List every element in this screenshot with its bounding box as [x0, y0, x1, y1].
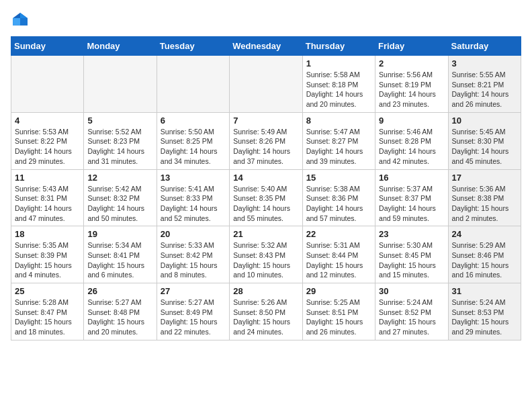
day-info: Sunrise: 5:30 AM Sunset: 8:45 PM Dayligh… [379, 240, 444, 280]
day-info: Sunrise: 5:49 AM Sunset: 8:26 PM Dayligh… [233, 127, 298, 167]
day-number: 1 [306, 58, 371, 68]
day-info: Sunrise: 5:27 AM Sunset: 8:49 PM Dayligh… [161, 298, 226, 337]
calendar-cell: 9Sunrise: 5:46 AM Sunset: 8:28 PM Daylig… [375, 112, 448, 169]
day-number: 29 [306, 286, 371, 296]
calendar-cell: 10Sunrise: 5:45 AM Sunset: 8:30 PM Dayli… [448, 112, 521, 169]
day-info: Sunrise: 5:42 AM Sunset: 8:32 PM Dayligh… [87, 184, 152, 224]
day-info: Sunrise: 5:41 AM Sunset: 8:33 PM Dayligh… [161, 184, 226, 224]
column-header-sunday: Sunday [11, 37, 84, 56]
calendar-cell: 8Sunrise: 5:47 AM Sunset: 8:27 PM Daylig… [302, 112, 375, 169]
calendar-table: SundayMondayTuesdayWednesdayThursdayFrid… [11, 36, 521, 340]
calendar-cell: 20Sunrise: 5:33 AM Sunset: 8:42 PM Dayli… [157, 226, 229, 283]
day-number: 15 [306, 173, 371, 183]
calendar-cell: 18Sunrise: 5:35 AM Sunset: 8:39 PM Dayli… [11, 226, 84, 283]
day-number: 20 [161, 229, 226, 239]
day-info: Sunrise: 5:32 AM Sunset: 8:43 PM Dayligh… [233, 240, 298, 280]
page-header [11, 11, 521, 30]
day-info: Sunrise: 5:47 AM Sunset: 8:27 PM Dayligh… [306, 127, 371, 167]
day-info: Sunrise: 5:29 AM Sunset: 8:46 PM Dayligh… [452, 240, 517, 280]
calendar-cell: 7Sunrise: 5:49 AM Sunset: 8:26 PM Daylig… [230, 112, 302, 169]
day-info: Sunrise: 5:26 AM Sunset: 8:50 PM Dayligh… [233, 298, 298, 337]
calendar-cell: 13Sunrise: 5:41 AM Sunset: 8:33 PM Dayli… [157, 169, 229, 226]
calendar-cell: 28Sunrise: 5:26 AM Sunset: 8:50 PM Dayli… [230, 283, 302, 340]
logo-icon [11, 11, 30, 30]
column-header-saturday: Saturday [448, 37, 521, 56]
day-info: Sunrise: 5:40 AM Sunset: 8:35 PM Dayligh… [233, 184, 298, 224]
day-number: 28 [233, 286, 298, 296]
day-info: Sunrise: 5:45 AM Sunset: 8:30 PM Dayligh… [452, 127, 517, 167]
day-info: Sunrise: 5:58 AM Sunset: 8:18 PM Dayligh… [306, 70, 371, 109]
day-info: Sunrise: 5:34 AM Sunset: 8:41 PM Dayligh… [87, 240, 152, 280]
day-number: 12 [87, 173, 152, 183]
column-header-tuesday: Tuesday [157, 37, 229, 56]
day-number: 21 [233, 229, 298, 239]
day-info: Sunrise: 5:46 AM Sunset: 8:28 PM Dayligh… [379, 127, 444, 167]
calendar-cell: 12Sunrise: 5:42 AM Sunset: 8:32 PM Dayli… [84, 169, 157, 226]
day-info: Sunrise: 5:33 AM Sunset: 8:42 PM Dayligh… [161, 240, 226, 280]
day-number: 3 [452, 58, 517, 68]
day-info: Sunrise: 5:53 AM Sunset: 8:22 PM Dayligh… [15, 127, 80, 167]
day-info: Sunrise: 5:43 AM Sunset: 8:31 PM Dayligh… [15, 184, 80, 224]
day-number: 5 [87, 116, 152, 126]
day-number: 25 [15, 286, 80, 296]
column-header-friday: Friday [375, 37, 448, 56]
day-number: 18 [15, 229, 80, 239]
calendar-cell: 21Sunrise: 5:32 AM Sunset: 8:43 PM Dayli… [230, 226, 302, 283]
calendar-cell: 24Sunrise: 5:29 AM Sunset: 8:46 PM Dayli… [448, 226, 521, 283]
day-info: Sunrise: 5:55 AM Sunset: 8:21 PM Dayligh… [452, 70, 517, 109]
day-info: Sunrise: 5:38 AM Sunset: 8:36 PM Dayligh… [306, 184, 371, 224]
day-number: 17 [452, 173, 517, 183]
calendar-cell: 11Sunrise: 5:43 AM Sunset: 8:31 PM Dayli… [11, 169, 84, 226]
calendar-cell: 26Sunrise: 5:27 AM Sunset: 8:48 PM Dayli… [84, 283, 157, 340]
calendar-cell [11, 56, 84, 113]
day-number: 16 [379, 173, 444, 183]
day-number: 30 [379, 286, 444, 296]
day-number: 4 [15, 116, 80, 126]
day-number: 14 [233, 173, 298, 183]
calendar-cell [157, 56, 229, 113]
day-info: Sunrise: 5:25 AM Sunset: 8:51 PM Dayligh… [306, 298, 371, 337]
day-info: Sunrise: 5:28 AM Sunset: 8:47 PM Dayligh… [15, 298, 80, 337]
day-number: 7 [233, 116, 298, 126]
svg-marker-2 [20, 13, 28, 18]
calendar-cell: 30Sunrise: 5:24 AM Sunset: 8:52 PM Dayli… [375, 283, 448, 340]
day-number: 8 [306, 116, 371, 126]
day-number: 13 [161, 173, 226, 183]
calendar-cell: 17Sunrise: 5:36 AM Sunset: 8:38 PM Dayli… [448, 169, 521, 226]
calendar-cell: 14Sunrise: 5:40 AM Sunset: 8:35 PM Dayli… [230, 169, 302, 226]
calendar-cell: 31Sunrise: 5:24 AM Sunset: 8:53 PM Dayli… [448, 283, 521, 340]
day-number: 10 [452, 116, 517, 126]
day-info: Sunrise: 5:27 AM Sunset: 8:48 PM Dayligh… [87, 298, 152, 337]
day-info: Sunrise: 5:31 AM Sunset: 8:44 PM Dayligh… [306, 240, 371, 280]
calendar-cell: 23Sunrise: 5:30 AM Sunset: 8:45 PM Dayli… [375, 226, 448, 283]
calendar-cell: 2Sunrise: 5:56 AM Sunset: 8:19 PM Daylig… [375, 56, 448, 113]
day-info: Sunrise: 5:35 AM Sunset: 8:39 PM Dayligh… [15, 240, 80, 280]
day-info: Sunrise: 5:50 AM Sunset: 8:25 PM Dayligh… [161, 127, 226, 167]
day-number: 24 [452, 229, 517, 239]
svg-marker-3 [20, 18, 28, 26]
calendar-week-row: 11Sunrise: 5:43 AM Sunset: 8:31 PM Dayli… [11, 169, 521, 226]
day-number: 11 [15, 173, 80, 183]
calendar-cell: 16Sunrise: 5:37 AM Sunset: 8:37 PM Dayli… [375, 169, 448, 226]
logo [11, 11, 32, 30]
day-number: 26 [87, 286, 152, 296]
calendar-week-row: 25Sunrise: 5:28 AM Sunset: 8:47 PM Dayli… [11, 283, 521, 340]
column-header-thursday: Thursday [302, 37, 375, 56]
calendar-cell: 19Sunrise: 5:34 AM Sunset: 8:41 PM Dayli… [84, 226, 157, 283]
calendar-week-row: 4Sunrise: 5:53 AM Sunset: 8:22 PM Daylig… [11, 112, 521, 169]
calendar-cell: 25Sunrise: 5:28 AM Sunset: 8:47 PM Dayli… [11, 283, 84, 340]
column-header-monday: Monday [84, 37, 157, 56]
day-number: 27 [161, 286, 226, 296]
day-number: 23 [379, 229, 444, 239]
day-number: 6 [161, 116, 226, 126]
calendar-week-row: 18Sunrise: 5:35 AM Sunset: 8:39 PM Dayli… [11, 226, 521, 283]
calendar-week-row: 1Sunrise: 5:58 AM Sunset: 8:18 PM Daylig… [11, 56, 521, 113]
calendar-cell [84, 56, 157, 113]
calendar-cell [230, 56, 302, 113]
calendar-header-row: SundayMondayTuesdayWednesdayThursdayFrid… [11, 37, 521, 56]
day-number: 9 [379, 116, 444, 126]
calendar-cell: 3Sunrise: 5:55 AM Sunset: 8:21 PM Daylig… [448, 56, 521, 113]
day-number: 19 [87, 229, 152, 239]
day-info: Sunrise: 5:24 AM Sunset: 8:53 PM Dayligh… [452, 298, 517, 337]
day-number: 2 [379, 58, 444, 68]
